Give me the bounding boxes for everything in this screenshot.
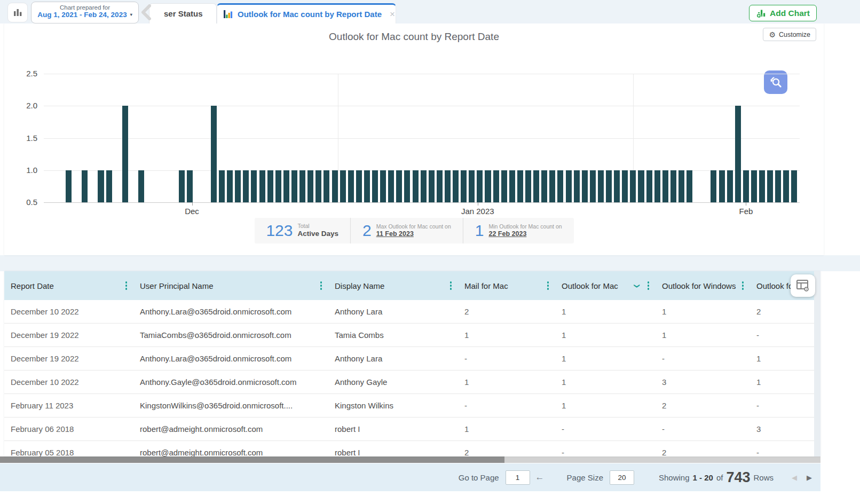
chart-bar[interactable] — [340, 170, 346, 202]
chart-bar[interactable] — [461, 170, 467, 202]
chart-bar[interactable] — [291, 170, 297, 202]
chart-bar[interactable] — [122, 106, 128, 202]
chart-bar[interactable] — [66, 170, 72, 202]
chart-bar[interactable] — [283, 170, 289, 202]
table-row[interactable]: February 06 2018robert@admeight.onmicros… — [4, 418, 820, 441]
chart-bar[interactable] — [429, 170, 435, 202]
chart-bar[interactable] — [404, 170, 410, 202]
chart-bar[interactable] — [775, 170, 781, 202]
table-row[interactable]: December 19 2022Anthony.Lara@o365droid.o… — [4, 347, 820, 371]
chart-bar[interactable] — [767, 170, 773, 202]
chart-bar[interactable] — [582, 170, 588, 202]
column-menu-icon[interactable] — [319, 280, 324, 291]
column-header[interactable]: Outlook for Windows — [656, 271, 750, 300]
chart-bar[interactable] — [533, 170, 539, 202]
column-menu-icon[interactable] — [646, 280, 651, 291]
chart-bar[interactable] — [574, 170, 580, 202]
chart-bar[interactable] — [219, 170, 225, 202]
column-header[interactable]: Outlook for Mac❯ — [555, 271, 656, 300]
chart-bar[interactable] — [380, 170, 386, 202]
chart-bar[interactable] — [187, 170, 193, 202]
chart-bar[interactable] — [783, 170, 789, 202]
chart-bar[interactable] — [711, 170, 716, 202]
chart-bar[interactable] — [477, 170, 483, 202]
previous-page-icon[interactable]: ◀ — [792, 474, 797, 482]
chart-bar[interactable] — [517, 170, 523, 202]
chart-bar[interactable] — [267, 170, 273, 202]
sort-chevron-icon[interactable]: ❯ — [634, 283, 641, 288]
chart-bar[interactable] — [179, 170, 185, 202]
column-header[interactable]: User Principal Name — [133, 271, 328, 300]
chart-bar[interactable] — [469, 170, 475, 202]
chart-bar[interactable] — [654, 170, 660, 202]
chart-bar[interactable] — [388, 170, 394, 202]
chart-bar[interactable] — [735, 106, 741, 202]
chart-bar[interactable] — [501, 170, 507, 202]
chart-bar[interactable] — [307, 170, 313, 202]
chart-bar[interactable] — [751, 170, 757, 202]
chart-bar[interactable] — [590, 170, 596, 202]
chart-bar[interactable] — [396, 170, 402, 202]
chart-bar[interactable] — [630, 170, 636, 202]
stat-detail[interactable]: 22 Feb 2023 — [488, 230, 562, 239]
chart-bar[interactable] — [606, 170, 612, 202]
chart-bar[interactable] — [235, 170, 241, 202]
next-page-icon[interactable]: ▶ — [807, 474, 812, 482]
chart-bar[interactable] — [549, 170, 555, 202]
chart-bar[interactable] — [275, 170, 281, 202]
chart-bar[interactable] — [364, 170, 370, 202]
chart-bar[interactable] — [485, 170, 491, 202]
chart-bar[interactable] — [557, 170, 563, 202]
table-row[interactable]: February 05 2018robert@admeight.onmicros… — [4, 441, 820, 456]
page-size-input[interactable] — [610, 470, 634, 485]
chart-bar[interactable] — [638, 170, 644, 202]
chart-bar[interactable] — [541, 170, 547, 202]
chart-bar[interactable] — [98, 170, 104, 202]
chart-bar[interactable] — [662, 170, 668, 202]
column-header[interactable]: Display Name — [328, 271, 458, 300]
chart-bar[interactable] — [211, 106, 217, 202]
chart-bar[interactable] — [509, 170, 515, 202]
apply-page-icon[interactable]: ← — [535, 472, 545, 483]
chart-bar[interactable] — [437, 170, 443, 202]
close-icon[interactable]: × — [390, 10, 395, 19]
column-header[interactable]: Report Date — [4, 271, 133, 300]
chart-bar[interactable] — [646, 170, 652, 202]
chart-bar[interactable] — [259, 170, 265, 202]
chart-bar[interactable] — [413, 170, 419, 202]
scroll-tabs-left-icon[interactable] — [140, 4, 153, 22]
chart-type-button[interactable] — [7, 3, 28, 22]
stat-detail[interactable]: 11 Feb 2023 — [376, 230, 451, 239]
chart-bar[interactable] — [332, 170, 338, 202]
chart-bar[interactable] — [670, 170, 676, 202]
chart-bar[interactable] — [324, 170, 329, 202]
chart-bar[interactable] — [315, 170, 321, 202]
table-row[interactable]: December 10 2022Anthony.Lara@o365droid.o… — [4, 300, 820, 324]
chart-bar[interactable] — [106, 170, 112, 202]
tab-outlook-for-mac[interactable]: Outlook for Mac count by Report Date × — [217, 3, 396, 23]
chart-bar[interactable] — [687, 170, 692, 202]
chart-bar[interactable] — [356, 170, 362, 202]
chart-bar[interactable] — [743, 170, 749, 202]
horizontal-scrollbar[interactable] — [0, 456, 820, 463]
chart-bar[interactable] — [719, 170, 725, 202]
column-menu-icon[interactable] — [449, 280, 453, 291]
column-header[interactable]: Mail for Mac — [458, 271, 555, 300]
chart-bar[interactable] — [566, 170, 572, 202]
column-menu-icon[interactable] — [741, 280, 745, 291]
add-chart-button[interactable]: Add Chart — [749, 5, 817, 21]
go-to-page-input[interactable] — [506, 470, 530, 485]
chart-bar[interactable] — [791, 170, 797, 202]
chart-bar[interactable] — [82, 170, 88, 202]
customize-button[interactable]: ⚙ Customize — [763, 28, 816, 41]
chart-bar[interactable] — [453, 170, 459, 202]
chart-bar[interactable] — [445, 170, 451, 202]
chart-bar[interactable] — [251, 170, 257, 202]
chart-bar[interactable] — [678, 170, 684, 202]
column-settings-button[interactable] — [791, 274, 815, 297]
column-menu-icon[interactable] — [546, 280, 550, 291]
chart-bar[interactable] — [138, 170, 144, 202]
table-row[interactable]: February 11 2023KingstonWilkins@o365droi… — [4, 394, 820, 418]
chart-bar[interactable] — [525, 170, 531, 202]
chart-bar[interactable] — [622, 170, 628, 202]
